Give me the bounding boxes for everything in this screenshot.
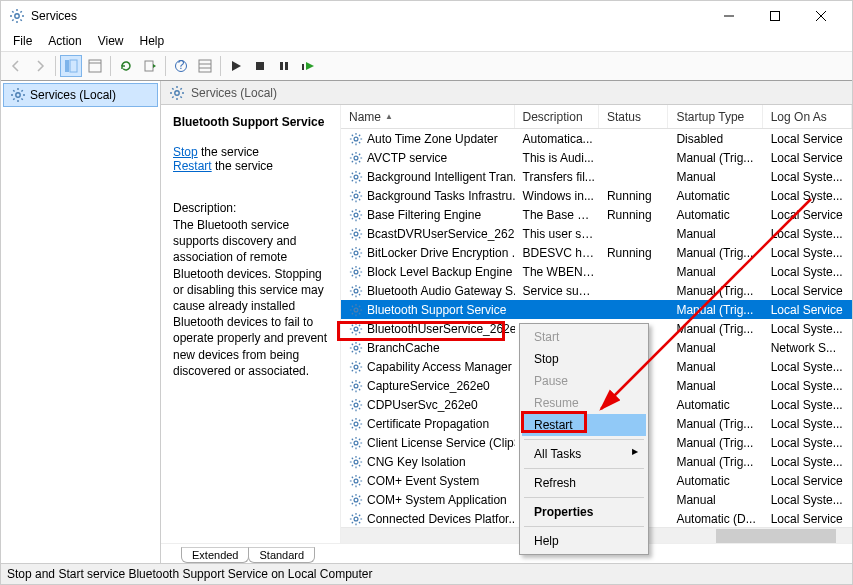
cell-startup: Automatic (D... <box>668 511 762 527</box>
table-row[interactable]: Base Filtering EngineThe Base Fil...Runn… <box>341 205 852 224</box>
menu-help[interactable]: Help <box>132 32 173 50</box>
body: Services (Local) Services (Local) Blueto… <box>1 81 852 564</box>
restart-link[interactable]: Restart <box>173 159 212 173</box>
cell-name: Certificate Propagation <box>367 417 489 431</box>
cell-name: Auto Time Zone Updater <box>367 132 498 146</box>
ctx-resume[interactable]: Resume <box>522 392 646 414</box>
cell-logon: Local Syste... <box>763 188 852 204</box>
cell-logon: Local Syste... <box>763 435 852 451</box>
stop-link[interactable]: Stop <box>173 145 198 159</box>
svg-rect-3 <box>70 60 77 72</box>
refresh-button[interactable] <box>115 55 137 77</box>
detail-button[interactable] <box>84 55 106 77</box>
svg-rect-15 <box>302 64 304 70</box>
detail-pane: Bluetooth Support Service Stop the servi… <box>161 105 341 543</box>
cell-logon: Local Service <box>763 131 852 147</box>
col-name[interactable]: Name▲ <box>341 105 515 128</box>
cell-startup: Automatic <box>668 207 762 223</box>
tab-extended[interactable]: Extended <box>181 547 249 563</box>
cell-status <box>599 138 668 140</box>
ctx-separator <box>524 439 644 440</box>
gear-icon <box>349 189 363 203</box>
forward-button[interactable] <box>29 55 51 77</box>
col-startup-type[interactable]: Startup Type <box>668 105 762 128</box>
cell-status: Running <box>599 245 668 261</box>
cell-status <box>599 309 668 311</box>
cell-name: CaptureService_262e0 <box>367 379 490 393</box>
table-row[interactable]: BcastDVRUserService_262e0This user se...… <box>341 224 852 243</box>
cell-startup: Manual <box>668 359 762 375</box>
cell-name: Capability Access Manager ... <box>367 360 515 374</box>
gear-icon <box>349 265 363 279</box>
gear-icon <box>169 85 185 101</box>
table-row[interactable]: AVCTP serviceThis is Audi...Manual (Trig… <box>341 148 852 167</box>
stop-button[interactable] <box>249 55 271 77</box>
menu-action[interactable]: Action <box>40 32 89 50</box>
cell-name: AVCTP service <box>367 151 447 165</box>
cell-startup: Manual (Trig... <box>668 245 762 261</box>
gear-icon <box>349 417 363 431</box>
pause-button[interactable] <box>273 55 295 77</box>
ctx-all-tasks[interactable]: All Tasks▶ <box>522 443 646 465</box>
cell-status <box>599 290 668 292</box>
ctx-stop[interactable]: Stop <box>522 348 646 370</box>
back-button[interactable] <box>5 55 27 77</box>
help-button[interactable]: ? <box>170 55 192 77</box>
tree-node-services-local[interactable]: Services (Local) <box>3 83 158 107</box>
cell-name: COM+ Event System <box>367 474 479 488</box>
table-row[interactable]: Block Level Backup Engine ...The WBENG..… <box>341 262 852 281</box>
close-button[interactable] <box>798 1 844 31</box>
ctx-pause[interactable]: Pause <box>522 370 646 392</box>
menu-view[interactable]: View <box>90 32 132 50</box>
tab-standard[interactable]: Standard <box>248 547 315 563</box>
scroll-thumb[interactable] <box>716 529 836 543</box>
cell-startup: Manual (Trig... <box>668 454 762 470</box>
start-button[interactable] <box>225 55 247 77</box>
app-icon <box>9 8 25 24</box>
window-title: Services <box>31 9 706 23</box>
maximize-button[interactable] <box>752 1 798 31</box>
col-log-on-as[interactable]: Log On As <box>763 105 852 128</box>
toolbar-separator <box>165 56 166 76</box>
svg-rect-14 <box>285 62 288 70</box>
table-row[interactable]: Bluetooth Support ServiceManual (Trig...… <box>341 300 852 319</box>
cell-name: Client License Service (ClipS... <box>367 436 515 450</box>
ctx-restart[interactable]: Restart <box>522 414 646 436</box>
ctx-start[interactable]: Start <box>522 326 646 348</box>
restart-button[interactable] <box>297 55 319 77</box>
submenu-arrow-icon: ▶ <box>632 447 638 456</box>
gear-icon <box>349 246 363 260</box>
table-row[interactable]: Auto Time Zone UpdaterAutomatica...Disab… <box>341 129 852 148</box>
stop-link-suffix: the service <box>198 145 259 159</box>
cell-logon: Local Syste... <box>763 359 852 375</box>
menu-file[interactable]: File <box>5 32 40 50</box>
ctx-help[interactable]: Help <box>522 530 646 552</box>
col-status[interactable]: Status <box>599 105 669 128</box>
ctx-refresh[interactable]: Refresh <box>522 472 646 494</box>
cell-status <box>599 271 668 273</box>
cell-logon: Local Service <box>763 207 852 223</box>
toolbar-separator <box>220 56 221 76</box>
show-hide-tree-button[interactable] <box>60 55 82 77</box>
gear-icon <box>349 303 363 317</box>
col-description[interactable]: Description <box>515 105 599 128</box>
table-row[interactable]: Background Tasks Infrastru...Windows in.… <box>341 186 852 205</box>
cell-name: BcastDVRUserService_262e0 <box>367 227 515 241</box>
cell-logon: Local Service <box>763 473 852 489</box>
export-button[interactable] <box>139 55 161 77</box>
cell-description: BDESVC hos... <box>515 245 599 261</box>
minimize-button[interactable] <box>706 1 752 31</box>
ctx-properties[interactable]: Properties <box>522 501 646 523</box>
cell-startup: Manual <box>668 378 762 394</box>
status-bar: Stop and Start service Bluetooth Support… <box>1 564 852 584</box>
ctx-separator <box>524 497 644 498</box>
cell-name: CDPUserSvc_262e0 <box>367 398 478 412</box>
table-row[interactable]: Background Intelligent Tran...Transfers … <box>341 167 852 186</box>
cell-startup: Automatic <box>668 473 762 489</box>
cell-name: Bluetooth Audio Gateway S... <box>367 284 515 298</box>
cell-startup: Manual <box>668 226 762 242</box>
table-row[interactable]: Bluetooth Audio Gateway S...Service sup.… <box>341 281 852 300</box>
table-row[interactable]: BitLocker Drive Encryption ...BDESVC hos… <box>341 243 852 262</box>
properties-button[interactable] <box>194 55 216 77</box>
cell-description: Windows in... <box>515 188 599 204</box>
